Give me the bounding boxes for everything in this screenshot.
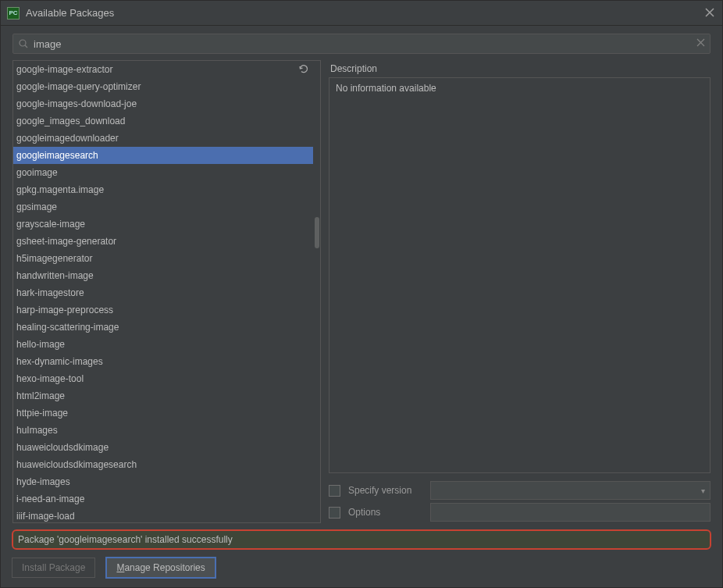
svg-point-0 xyxy=(20,40,26,46)
package-item[interactable]: hex-dynamic-images xyxy=(13,353,313,370)
main-split: google-image-extractorgoogle-image-query… xyxy=(1,60,722,523)
clear-icon[interactable] xyxy=(696,38,705,49)
package-item[interactable]: hark-imagestore xyxy=(13,284,313,301)
package-item[interactable]: google-image-query-optimizer xyxy=(13,78,313,95)
package-item[interactable]: i-need-an-image xyxy=(13,490,313,508)
package-item[interactable]: healing-scattering-image xyxy=(13,319,313,336)
package-item[interactable]: gsheet-image-generator xyxy=(13,233,313,250)
status-message: Package 'googleimagesearch' installed su… xyxy=(18,534,233,545)
description-header: Description xyxy=(329,60,711,77)
package-item[interactable]: huaweicloudsdkimagesearch xyxy=(13,456,313,473)
title-bar: PC Available Packages xyxy=(1,1,722,26)
options-input[interactable] xyxy=(430,503,711,522)
refresh-icon[interactable] xyxy=(298,63,311,76)
manage-rest: anage Repositories xyxy=(124,562,205,573)
search-input[interactable] xyxy=(34,38,691,50)
scrollbar-thumb[interactable] xyxy=(315,217,319,248)
description-column: Description No information available Spe… xyxy=(329,60,711,523)
package-item[interactable]: gpkg.magenta.image xyxy=(13,181,313,198)
search-row xyxy=(1,26,722,60)
package-item[interactable]: googleimagesearch xyxy=(13,147,313,164)
options-row: Options xyxy=(329,501,711,523)
window-title: Available Packages xyxy=(26,7,114,19)
status-bar: Package 'googleimagesearch' installed su… xyxy=(12,529,711,550)
options-label: Options xyxy=(348,507,422,518)
package-column: google-image-extractorgoogle-image-query… xyxy=(12,60,321,523)
bottom-button-row: Install Package Manage Repositories xyxy=(1,550,722,587)
package-list[interactable]: google-image-extractorgoogle-image-query… xyxy=(12,60,321,523)
package-item[interactable]: huImages xyxy=(13,422,313,439)
package-item[interactable]: gpsimage xyxy=(13,198,313,216)
search-icon xyxy=(18,38,29,52)
install-label: Install Package xyxy=(22,562,85,573)
package-item[interactable]: google-images-download-joe xyxy=(13,95,313,112)
scrollbar[interactable] xyxy=(314,61,320,522)
package-item[interactable]: handwritten-image xyxy=(13,267,313,284)
install-package-button[interactable]: Install Package xyxy=(12,558,95,578)
package-item[interactable]: hyde-images xyxy=(13,473,313,490)
version-combo[interactable]: ▾ xyxy=(430,481,711,500)
options-checkbox[interactable] xyxy=(329,507,340,519)
manage-mnemonic: M xyxy=(116,562,124,573)
package-item[interactable]: huaweicloudsdkimage xyxy=(13,439,313,456)
manage-repositories-button[interactable]: Manage Repositories xyxy=(106,558,215,578)
options-area: Specify version ▾ Options xyxy=(329,473,711,523)
package-item[interactable]: hexo-image-tool xyxy=(13,370,313,387)
package-item[interactable]: httpie-image xyxy=(13,404,313,422)
package-item[interactable]: hello-image xyxy=(13,336,313,353)
package-item[interactable]: html2image xyxy=(13,387,313,404)
package-item[interactable]: grayscale-image xyxy=(13,216,313,233)
close-icon[interactable] xyxy=(705,7,714,20)
package-item[interactable]: google-image-extractor xyxy=(13,61,313,78)
package-item[interactable]: harp-image-preprocess xyxy=(13,301,313,319)
chevron-down-icon: ▾ xyxy=(701,486,705,495)
description-body: No information available xyxy=(329,77,711,473)
specify-version-label: Specify version xyxy=(348,485,422,496)
search-field-wrap xyxy=(12,34,711,54)
app-icon: PC xyxy=(7,7,20,20)
package-item[interactable]: googleimagedownloader xyxy=(13,130,313,147)
package-item[interactable]: gooimage xyxy=(13,164,313,181)
package-item[interactable]: h5imagegenerator xyxy=(13,250,313,267)
package-item[interactable]: google_images_download xyxy=(13,112,313,130)
package-item[interactable]: iiif-image-load xyxy=(13,508,313,522)
specify-version-row: Specify version ▾ xyxy=(329,479,711,501)
specify-version-checkbox[interactable] xyxy=(329,485,340,497)
